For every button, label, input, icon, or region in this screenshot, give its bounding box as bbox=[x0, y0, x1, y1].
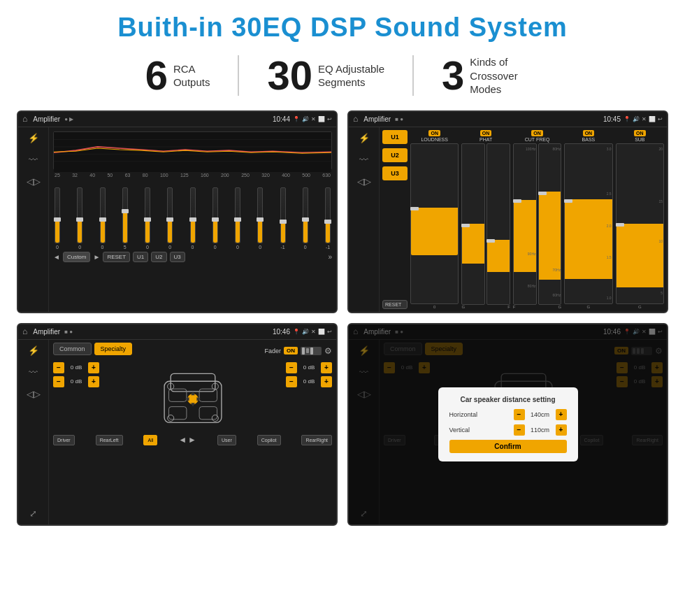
stat-eq-number: 30 bbox=[267, 55, 312, 96]
screen-eq: ⌂ Amplifier ● ▶ 10:44 📍🔊✕⬜↩ ⚡ 〰 ◁▷ bbox=[17, 110, 338, 313]
eq-slider-5: 0 bbox=[167, 187, 173, 250]
eq-slider-10: -1 bbox=[280, 187, 286, 250]
btn-all[interactable]: All bbox=[143, 435, 157, 445]
vol-plus-fl[interactable]: + bbox=[88, 362, 99, 373]
stat-rca-desc: RCA Outputs bbox=[173, 62, 210, 89]
app-title-1: Amplifier bbox=[33, 115, 60, 123]
fader-settings-icon[interactable]: ⚙ bbox=[324, 346, 332, 356]
crossover-reset-btn[interactable]: RESET bbox=[382, 300, 408, 309]
ch-label-loudness: LOUDNESS bbox=[421, 137, 448, 142]
stats-row: 6 RCA Outputs 30 EQ Adjustable Segments … bbox=[17, 55, 668, 96]
vol-value-rr: 0 dB bbox=[299, 378, 319, 385]
unit-btn-u1[interactable]: U1 bbox=[382, 130, 408, 144]
confirm-button[interactable]: Confirm bbox=[449, 440, 567, 453]
btn-copilot[interactable]: Copilot bbox=[257, 435, 281, 445]
vol-plus-rl[interactable]: + bbox=[88, 376, 99, 387]
channel-bass: ON BASS 3.0 2.5 2.0 1.5 1.0 bbox=[564, 130, 612, 309]
channel-cutfreq: ON CUT FREQ 100Hz 90Hz 80Hz bbox=[513, 130, 561, 309]
home-icon-3[interactable]: ⌂ bbox=[22, 327, 27, 336]
eq-bottom-bar: ◄ Custom ► RESET U1 U2 U3 » bbox=[53, 252, 332, 262]
vol-minus-rr[interactable]: − bbox=[286, 376, 297, 387]
vol-plus-fr[interactable]: + bbox=[321, 362, 332, 373]
sidebar-expand-icon-3[interactable]: ⤢ bbox=[29, 508, 37, 519]
eq-next[interactable]: ► bbox=[93, 253, 100, 261]
sidebar-eq-icon[interactable]: ⚡ bbox=[28, 133, 39, 143]
ch-on-badge-loudness: ON bbox=[428, 130, 440, 136]
eq-slider-6: 0 bbox=[190, 187, 196, 250]
vol-minus-fr[interactable]: − bbox=[286, 362, 297, 373]
status-bar-1: ⌂ Amplifier ● ▶ 10:44 📍🔊✕⬜↩ bbox=[18, 112, 336, 127]
eq-preset-custom[interactable]: Custom bbox=[63, 252, 91, 262]
eq-prev[interactable]: ◄ bbox=[53, 253, 60, 261]
crossover-content: U1 U2 U3 RESET ON LOUDNESS bbox=[380, 127, 667, 312]
btn-user[interactable]: User bbox=[217, 435, 236, 445]
sidebar-wave-icon-2[interactable]: 〰 bbox=[359, 155, 368, 165]
vol-value-fl: 0 dB bbox=[66, 364, 86, 371]
svg-marker-13 bbox=[191, 403, 194, 406]
sidebar-vol-icon[interactable]: ◁▷ bbox=[27, 176, 41, 187]
ch-on-badge-sub: ON bbox=[634, 130, 646, 136]
vol-minus-rl[interactable]: − bbox=[53, 376, 64, 387]
app-title-2: Amplifier bbox=[363, 115, 391, 123]
arrow-right-icon[interactable]: ► bbox=[188, 435, 196, 445]
unit-btn-u2[interactable]: U2 bbox=[382, 148, 408, 162]
eq-btn-u1[interactable]: U1 bbox=[133, 252, 148, 262]
dialog-plus-horizontal[interactable]: + bbox=[556, 409, 567, 420]
status-icons-2: 📍🔊✕⬜↩ bbox=[623, 116, 663, 122]
fader-slider[interactable] bbox=[301, 347, 322, 355]
vol-minus-fl[interactable]: − bbox=[53, 362, 64, 373]
eq-slider-12: -1 bbox=[325, 187, 331, 250]
dialog-minus-horizontal[interactable]: − bbox=[514, 409, 525, 420]
sidebar-wave-icon[interactable]: 〰 bbox=[29, 155, 38, 165]
screen-fader: ⌂ Amplifier ■ ● 10:46 📍🔊✕⬜↩ ⚡ 〰 ◁▷ ⤢ bbox=[17, 323, 338, 526]
dialog-plus-vertical[interactable]: + bbox=[556, 424, 567, 436]
sidebar-eq-icon-2[interactable]: ⚡ bbox=[359, 133, 370, 143]
stat-eq-desc: EQ Adjustable Segments bbox=[318, 62, 384, 89]
btn-rearright[interactable]: RearRight bbox=[301, 435, 332, 445]
svg-rect-10 bbox=[199, 406, 217, 419]
status-icons-1: 📍🔊✕⬜↩ bbox=[293, 116, 332, 122]
eq-btn-reset[interactable]: RESET bbox=[103, 252, 130, 262]
fader-tab-common[interactable]: Common bbox=[53, 343, 92, 355]
btn-driver[interactable]: Driver bbox=[53, 435, 75, 445]
home-icon-2[interactable]: ⌂ bbox=[353, 114, 358, 124]
ch-on-badge-phat: ON bbox=[480, 130, 492, 136]
sidebar-1: ⚡ 〰 ◁▷ bbox=[18, 127, 49, 312]
fader-on-badge: ON bbox=[284, 347, 298, 354]
status-icons-3: 📍🔊✕⬜↩ bbox=[293, 329, 332, 335]
screen-crossover: ⌂ Amplifier ■ ● 10:45 📍🔊✕⬜↩ ⚡ 〰 ◁▷ U1 bbox=[347, 110, 668, 313]
fader-tabs: Common Specialty bbox=[53, 343, 132, 355]
sidebar-eq-icon-3[interactable]: ⚡ bbox=[28, 345, 39, 356]
status-dots-1: ● ▶ bbox=[64, 116, 73, 122]
ch-on-badge-cutfreq: ON bbox=[531, 130, 543, 136]
btn-rearleft[interactable]: RearLeft bbox=[96, 435, 123, 445]
vol-value-rl: 0 dB bbox=[66, 378, 86, 385]
sidebar-vol-icon-2[interactable]: ◁▷ bbox=[357, 176, 371, 187]
eq-slider-0: 0 bbox=[55, 187, 60, 250]
eq-btn-u3[interactable]: U3 bbox=[170, 252, 185, 262]
sidebar-wave-icon-3[interactable]: 〰 bbox=[29, 367, 38, 378]
vol-control-fr: − 0 dB + bbox=[286, 362, 332, 373]
home-icon[interactable]: ⌂ bbox=[22, 114, 27, 124]
svg-point-11 bbox=[187, 394, 198, 404]
dialog-minus-vertical[interactable]: − bbox=[514, 424, 525, 436]
dialog-control-vertical: − 110cm + bbox=[514, 424, 567, 436]
unit-btn-u3[interactable]: U3 bbox=[382, 166, 408, 180]
dialog-value-horizontal: 140cm bbox=[528, 411, 553, 418]
time-3: 10:46 bbox=[273, 328, 290, 336]
app-title-3: Amplifier bbox=[33, 328, 60, 336]
fader-tab-specialty[interactable]: Specialty bbox=[94, 343, 133, 355]
arrow-left-icon[interactable]: ◄ bbox=[178, 435, 187, 445]
speaker-distance-dialog: Car speaker distance setting Horizontal … bbox=[438, 387, 578, 461]
sidebar-vol-icon-3[interactable]: ◁▷ bbox=[27, 389, 41, 399]
dialog-label-vertical: Vertical bbox=[449, 427, 470, 434]
eq-slider-4: 0 bbox=[145, 187, 150, 250]
eq-btn-u2[interactable]: U2 bbox=[151, 252, 166, 262]
time-2: 10:45 bbox=[603, 115, 621, 123]
fader-content: Common Specialty Fader ON ⚙ bbox=[49, 340, 336, 524]
vol-plus-rr[interactable]: + bbox=[321, 376, 332, 387]
stat-crossover-number: 3 bbox=[442, 55, 464, 96]
dialog-value-vertical: 110cm bbox=[528, 427, 553, 434]
eq-freq-labels: 253240506380100125160200250320400500630 bbox=[53, 173, 332, 178]
ch-on-badge-bass: ON bbox=[583, 130, 595, 136]
